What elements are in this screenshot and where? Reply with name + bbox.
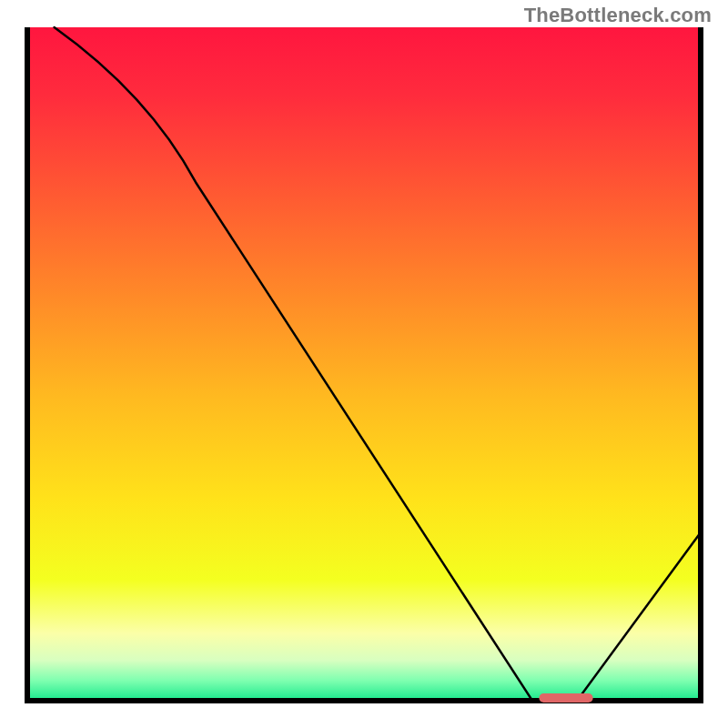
gradient-background bbox=[27, 27, 701, 701]
watermark-text: TheBottleneck.com bbox=[524, 4, 712, 27]
bottleneck-chart bbox=[0, 0, 728, 728]
optimal-range-marker bbox=[539, 693, 592, 703]
chart-container: { "watermark": "TheBottleneck.com", "cha… bbox=[0, 0, 728, 728]
